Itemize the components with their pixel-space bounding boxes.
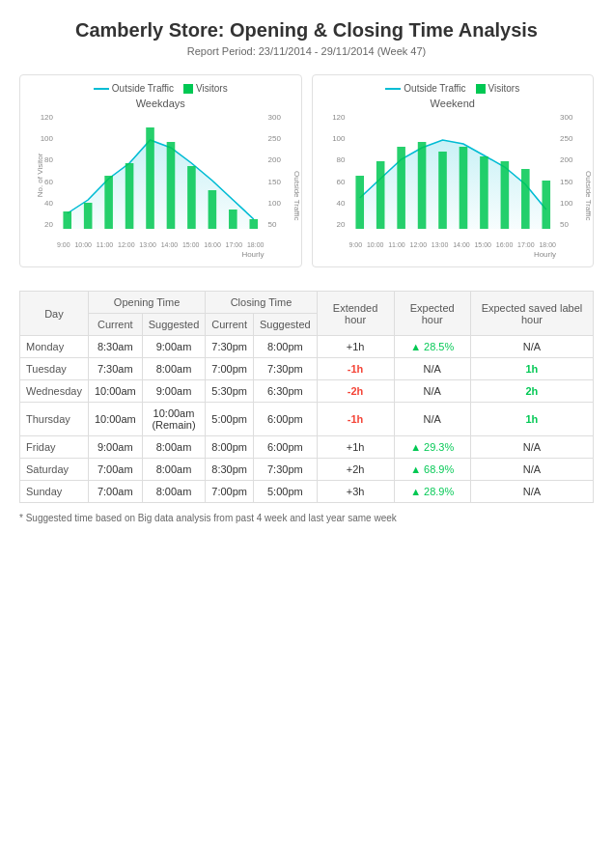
day-cell: Monday	[20, 336, 89, 358]
open-current-cell: 8:30am	[88, 336, 142, 358]
expected-saved-cell: N/A	[470, 459, 593, 481]
analysis-table: Day Opening Time Closing Time Extended h…	[19, 291, 594, 503]
svg-rect-4	[125, 163, 134, 229]
svg-rect-13	[376, 161, 384, 229]
extended-hour-cell: +1h	[317, 436, 394, 459]
expected-saved-cell: N/A	[470, 481, 593, 503]
expected-hour-cell: ▲ 68.9%	[394, 459, 470, 481]
open-suggested-cell: 8:00am	[142, 436, 206, 459]
open-suggested-cell: 8:00am	[142, 459, 206, 481]
svg-rect-2	[84, 203, 93, 229]
weekend-legend: Outside Traffic Visitors	[320, 83, 586, 94]
expected-hour-cell: N/A	[394, 403, 470, 436]
extended-hour-header: Extended hour	[317, 292, 394, 336]
weekdays-chart-inner	[57, 113, 265, 229]
close-suggested-cell: 8:00pm	[254, 336, 318, 358]
svg-rect-7	[187, 166, 196, 229]
weekend-visitors-bar-icon	[476, 84, 486, 94]
svg-rect-17	[459, 147, 467, 229]
svg-marker-11	[359, 140, 545, 229]
expected-hour-cell: N/A	[394, 358, 470, 380]
weekdays-chart-area: 12010080604020 30025020015010050	[28, 113, 293, 248]
svg-rect-8	[209, 190, 217, 229]
close-current-cell: 8:00pm	[206, 436, 254, 459]
weekend-x-labels: 9:0010:0011:0012:0013:0014:0015:0016:001…	[349, 241, 557, 248]
day-header: Day	[20, 292, 89, 336]
day-cell: Tuesday	[20, 358, 89, 380]
visitors-legend: Visitors	[183, 83, 228, 94]
day-cell: Friday	[20, 436, 89, 459]
table-header-row-1: Day Opening Time Closing Time Extended h…	[20, 292, 594, 314]
weekend-title: Weekend	[320, 98, 586, 109]
close-current-cell: 5:30pm	[206, 380, 254, 403]
weekend-hourly-label: Hourly	[320, 250, 557, 259]
extended-hour-cell: -2h	[317, 380, 394, 403]
expected-saved-cell: 1h	[470, 358, 593, 380]
svg-rect-12	[355, 176, 364, 229]
weekdays-title: Weekdays	[28, 98, 293, 109]
visitors-bar-icon	[183, 84, 193, 94]
weekend-outside-traffic-line-icon	[385, 88, 401, 90]
extended-hour-cell: +3h	[317, 481, 394, 503]
table-row: Thursday 10:00am 10:00am(Remain) 5:00pm …	[20, 403, 594, 436]
svg-rect-9	[229, 210, 237, 229]
svg-marker-0	[68, 140, 254, 229]
close-current-header: Current	[206, 314, 254, 336]
weekdays-y-right-label: Outside Traffic	[293, 171, 301, 220]
open-current-cell: 9:00am	[88, 436, 142, 459]
weekend-outside-traffic-label: Outside Traffic	[404, 83, 465, 94]
expected-hour-cell: ▲ 28.9%	[394, 481, 470, 503]
table-row: Monday 8:30am 9:00am 7:30pm 8:00pm +1h ▲…	[20, 336, 594, 358]
day-cell: Sunday	[20, 481, 89, 503]
weekend-y-left: 12010080604020	[320, 113, 348, 229]
close-current-cell: 7:30pm	[206, 336, 254, 358]
expected-hour-header: Expected hour	[394, 292, 470, 336]
weekdays-x-labels: 9:0010:0011:0012:0013:0014:0015:0016:001…	[57, 241, 265, 248]
weekend-chart-area: 12010080604020 30025020015010050	[320, 113, 586, 248]
open-suggested-cell: 9:00am	[142, 336, 206, 358]
table-row: Tuesday 7:30am 8:00am 7:00pm 7:30pm -1h …	[20, 358, 594, 380]
extended-hour-cell: -1h	[317, 358, 394, 380]
close-current-cell: 5:00pm	[206, 403, 254, 436]
open-suggested-cell: 10:00am(Remain)	[142, 403, 206, 436]
day-cell: Saturday	[20, 459, 89, 481]
open-current-header: Current	[88, 314, 142, 336]
svg-rect-21	[542, 181, 550, 229]
outside-traffic-line-icon	[94, 88, 109, 90]
open-current-cell: 10:00am	[88, 380, 142, 403]
expected-saved-header: Expected saved label hour	[470, 292, 593, 336]
open-suggested-header: Suggested	[142, 314, 206, 336]
extended-hour-cell: +2h	[317, 459, 394, 481]
weekend-visitors-legend: Visitors	[476, 83, 520, 94]
page-title: Camberly Store: Opening & Closing Time A…	[19, 19, 594, 42]
open-current-cell: 7:00am	[88, 481, 142, 503]
expected-hour-cell: N/A	[394, 380, 470, 403]
charts-section: Outside Traffic Visitors Weekdays 120100…	[19, 74, 594, 267]
open-suggested-cell: 9:00am	[142, 380, 206, 403]
close-suggested-header: Suggested	[254, 314, 318, 336]
open-current-cell: 7:30am	[88, 358, 142, 380]
svg-rect-14	[397, 147, 405, 229]
weekend-svg	[349, 113, 557, 229]
weekdays-svg	[57, 113, 265, 229]
page-subtitle: Report Period: 23/11/2014 - 29/11/2014 (…	[19, 45, 594, 57]
data-table-section: Day Opening Time Closing Time Extended h…	[19, 291, 594, 523]
close-suggested-cell: 6:00pm	[254, 436, 318, 459]
table-row: Sunday 7:00am 8:00am 7:00pm 5:00pm +3h ▲…	[20, 481, 594, 503]
close-suggested-cell: 5:00pm	[254, 481, 318, 503]
closing-time-header: Closing Time	[206, 292, 317, 314]
svg-rect-16	[438, 152, 447, 229]
outside-traffic-legend: Outside Traffic	[94, 83, 174, 94]
weekend-chart-inner	[349, 113, 557, 229]
svg-rect-1	[63, 211, 71, 229]
svg-rect-20	[521, 169, 530, 229]
outside-traffic-label: Outside Traffic	[112, 83, 174, 94]
svg-rect-6	[167, 142, 176, 229]
weekdays-chart: Outside Traffic Visitors Weekdays 120100…	[19, 74, 302, 267]
weekend-y-right-label: Outside Traffic	[584, 171, 593, 220]
day-cell: Thursday	[20, 403, 89, 436]
weekdays-y-right: 30025020015010050	[266, 113, 293, 229]
open-current-cell: 7:00am	[88, 459, 142, 481]
close-suggested-cell: 6:30pm	[254, 380, 318, 403]
open-suggested-cell: 8:00am	[142, 481, 206, 503]
